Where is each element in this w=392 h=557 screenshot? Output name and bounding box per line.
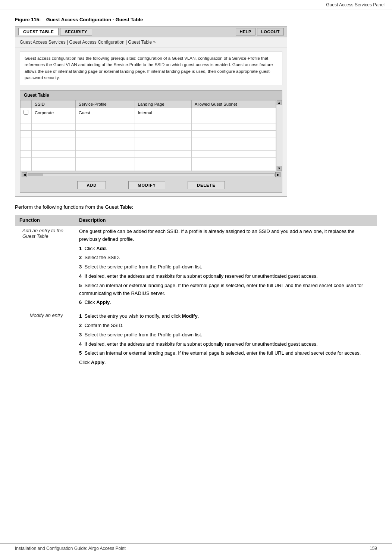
func-desc-intro: One guest profile can be added for each …: [79, 228, 373, 243]
screenshot-panel: GUEST TABLE SECURITY HELP LOGOUT Guest A…: [15, 26, 287, 197]
modify-step-1: 1 Select the entry you wish to modify, a…: [79, 312, 373, 320]
scroll-thumb-h: [28, 174, 43, 176]
body-text: Perform the following functions from the…: [15, 204, 377, 210]
info-box: Guest access configuration has the follo…: [20, 51, 282, 85]
page-header-title: Guest Access Services Panel: [326, 2, 385, 7]
info-text: Guest access configuration has the follo…: [25, 56, 273, 80]
footer-left: Installation and Configuration Guide: Ai…: [15, 546, 126, 551]
th-ssid: SSID: [32, 100, 76, 108]
panel-navbar: GUEST TABLE SECURITY HELP LOGOUT: [15, 27, 287, 37]
function-col-header: Function: [15, 215, 75, 225]
function-row-modify: Modify an entry 1 Select the entry you w…: [15, 310, 377, 370]
panel-breadcrumb: Guest Access Services | Guest Access Con…: [15, 37, 287, 47]
func-desc-modify: 1 Select the entry you wish to modify, a…: [75, 310, 377, 370]
step-1: 1 Click Add.: [79, 245, 373, 253]
func-name-add: Add an entry to the Guest Table: [15, 225, 75, 311]
table-header-row: SSID Service-Profile Landing Page: [21, 100, 276, 108]
scroll-up-button[interactable]: ▲: [277, 100, 282, 105]
empty-row: [21, 124, 276, 131]
page-header: Guest Access Services Panel: [0, 0, 392, 9]
panel-navbar-right: HELP LOGOUT: [236, 28, 284, 35]
row-allowed-subnet: [191, 108, 276, 117]
breadcrumb-text: Guest Access Services | Guest Access Con…: [20, 40, 156, 45]
main-content: Figure 115: Guest Access Configuration -…: [0, 9, 392, 385]
figure-caption: Figure 115: Guest Access Configuration -…: [15, 17, 377, 22]
func-steps-list: 1 Click Add. 2 Select the SSID. 3 Select…: [79, 245, 373, 307]
figure-caption-text: Figure 115: Guest Access Configuration -…: [15, 17, 143, 22]
step-3: 3 Select the service profile from the Pr…: [79, 263, 373, 271]
action-buttons: ADD MODIFY DELETE: [20, 178, 282, 192]
guest-table-header: Guest Table: [20, 91, 282, 100]
panel-navbar-left: GUEST TABLE SECURITY: [18, 28, 92, 35]
step-4: 4 If desired, enter the address and mask…: [79, 273, 373, 280]
guest-table-wrapper: SSID Service-Profile Landing Page: [20, 100, 282, 178]
row-landing-page: Internal: [135, 108, 191, 117]
empty-row: [21, 117, 276, 124]
scroll-track-h: [28, 173, 275, 176]
table-row: Corporate Guest Internal: [21, 108, 276, 117]
function-table-header-row: Function Description: [15, 215, 377, 225]
add-button[interactable]: ADD: [77, 181, 106, 189]
empty-row: [21, 131, 276, 137]
logout-button[interactable]: LOGOUT: [257, 28, 284, 35]
guest-table-scroll-area: SSID Service-Profile Landing Page: [20, 100, 276, 171]
vertical-scrollbar: ▲ ▼: [276, 100, 282, 171]
func-name-modify: Modify an entry: [15, 310, 75, 370]
help-button[interactable]: HELP: [236, 28, 255, 35]
th-service-profile: Service-Profile: [75, 100, 135, 108]
horizontal-scrollbar: ◀ ▶: [20, 171, 282, 178]
func-modify-steps-list: 1 Select the entry you wish to modify, a…: [79, 312, 373, 357]
guest-table-inner: SSID Service-Profile Landing Page: [20, 100, 282, 171]
function-row-add: Add an entry to the Guest Table One gues…: [15, 225, 377, 311]
th-allowed-subnet: Allowed Guest Subnet: [191, 100, 276, 108]
footer-right: 159: [370, 546, 377, 551]
th-landing-page: Landing Page: [135, 100, 191, 108]
guest-table-section: Guest Table SSID: [20, 90, 282, 193]
modify-step-2: 2 Confirm the SSID.: [79, 322, 373, 330]
step-6: 6 Click Apply.: [79, 299, 373, 306]
modify-final-text: Click Apply.: [79, 359, 373, 367]
function-table: Function Description Add an entry to the…: [15, 215, 377, 370]
modify-step-5: 5 Select an internal or external landing…: [79, 349, 373, 357]
data-table: SSID Service-Profile Landing Page: [20, 100, 276, 171]
step-5: 5 Select an internal or external landing…: [79, 282, 373, 298]
description-col-header: Description: [75, 215, 377, 225]
row-checkbox[interactable]: [23, 110, 28, 115]
empty-row: [21, 158, 276, 164]
scroll-down-button[interactable]: ▼: [277, 166, 282, 171]
row-checkbox-cell: [21, 108, 32, 117]
th-checkbox: [21, 100, 32, 108]
step-2: 2 Select the SSID.: [79, 254, 373, 262]
scroll-right-button[interactable]: ▶: [275, 172, 280, 177]
tab-guest-table[interactable]: GUEST TABLE: [18, 28, 59, 35]
empty-row: [21, 137, 276, 144]
row-ssid: Corporate: [32, 108, 76, 117]
empty-row: [21, 164, 276, 171]
page-footer: Installation and Configuration Guide: Ai…: [0, 543, 392, 553]
scroll-track: [276, 105, 282, 166]
modify-button[interactable]: MODIFY: [128, 181, 165, 189]
func-desc-add: One guest profile can be added for each …: [75, 225, 377, 311]
modify-step-4: 4 If desired, enter the address and mask…: [79, 340, 373, 348]
modify-step-3: 3 Select the service profile from the Pr…: [79, 331, 373, 339]
empty-row: [21, 144, 276, 151]
tab-security[interactable]: SECURITY: [60, 28, 92, 35]
delete-button[interactable]: DELETE: [188, 181, 225, 189]
row-service-profile: Guest: [75, 108, 135, 117]
scroll-left-button[interactable]: ◀: [22, 172, 27, 177]
empty-row: [21, 151, 276, 158]
panel-body: Guest access configuration has the follo…: [15, 47, 287, 196]
